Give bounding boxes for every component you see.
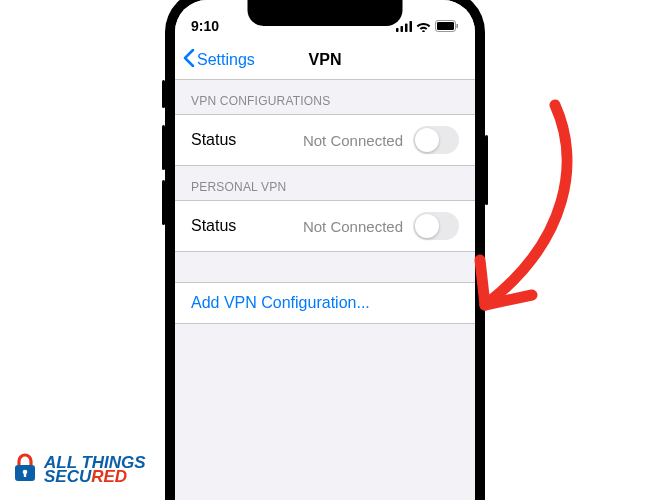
svg-rect-1 — [401, 26, 404, 32]
svg-rect-3 — [410, 21, 413, 32]
svg-rect-6 — [457, 24, 458, 28]
status-value: Not Connected — [303, 132, 403, 149]
section-header-vpn-configurations: VPN CONFIGURATIONS — [175, 80, 475, 114]
status-label: Status — [191, 131, 236, 149]
battery-icon — [435, 20, 459, 32]
mute-switch — [162, 80, 165, 108]
vpn-status-toggle[interactable] — [413, 126, 459, 154]
personal-vpn-status-toggle[interactable] — [413, 212, 459, 240]
logo-text-line2: SECURED — [44, 470, 146, 484]
volume-up-button — [162, 125, 165, 170]
svg-rect-9 — [24, 472, 26, 477]
cellular-signal-icon — [396, 21, 412, 32]
svg-rect-2 — [405, 23, 408, 32]
add-vpn-configuration-button[interactable]: Add VPN Configuration... — [175, 282, 475, 324]
power-button — [485, 135, 488, 205]
brand-logo: ALL THINGS SECURED — [12, 452, 146, 488]
status-value: Not Connected — [303, 218, 403, 235]
volume-down-button — [162, 180, 165, 225]
lock-icon — [12, 452, 38, 488]
back-label: Settings — [197, 51, 255, 69]
status-row-personal-vpn: Status Not Connected — [175, 200, 475, 252]
svg-rect-5 — [437, 22, 454, 30]
navigation-bar: Settings VPN — [175, 40, 475, 80]
wifi-icon — [416, 21, 431, 32]
back-button[interactable]: Settings — [183, 49, 255, 71]
phone-frame: 9:10 Settings VPN — [165, 0, 485, 500]
toggle-knob — [415, 214, 439, 238]
section-header-personal-vpn: PERSONAL VPN — [175, 166, 475, 200]
toggle-knob — [415, 128, 439, 152]
status-label: Status — [191, 217, 236, 235]
status-time: 9:10 — [191, 18, 251, 34]
notch — [248, 0, 403, 26]
chevron-left-icon — [183, 49, 195, 71]
svg-rect-0 — [396, 28, 399, 32]
status-row-vpn-configurations: Status Not Connected — [175, 114, 475, 166]
